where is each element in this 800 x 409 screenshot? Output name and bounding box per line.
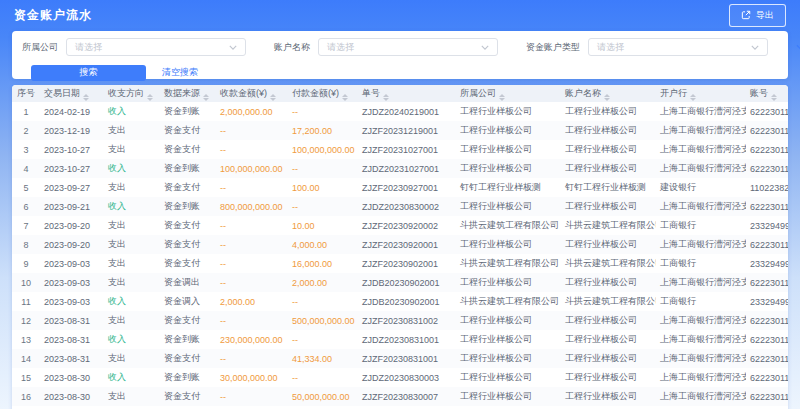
sort-icon[interactable] bbox=[203, 94, 209, 101]
column-header-label: 交易日期 bbox=[44, 88, 80, 98]
cell-idx: 11 bbox=[12, 292, 40, 311]
cell-direction: 收入 bbox=[104, 102, 160, 121]
cell-idx: 12 bbox=[12, 311, 40, 330]
filter-actions: 搜索 清空搜索 bbox=[22, 64, 778, 81]
cell-idx: 10 bbox=[12, 273, 40, 292]
cell-company: 工程行业样板公司 bbox=[456, 387, 561, 406]
cell-direction: 收入 bbox=[104, 368, 160, 387]
cell-source: 资金支付 bbox=[160, 349, 216, 368]
sort-icon[interactable] bbox=[771, 94, 777, 101]
cell-date: 2023-08-31 bbox=[40, 349, 104, 368]
cell-account-no: 622230111 bbox=[746, 311, 788, 330]
column-header-8[interactable]: 所属公司 bbox=[456, 85, 561, 102]
sort-icon[interactable] bbox=[690, 94, 696, 101]
cell-source: 资金到账 bbox=[160, 102, 216, 121]
sort-icon[interactable] bbox=[83, 94, 89, 101]
column-header-5[interactable]: 收款金额(¥) bbox=[216, 85, 288, 102]
cell-source: 资金支付 bbox=[160, 254, 216, 273]
cell-source: 资金支付 bbox=[160, 235, 216, 254]
cell-order-no: ZJDZ20231027001 bbox=[358, 159, 456, 178]
column-header-label: 账号 bbox=[750, 88, 768, 98]
sort-icon[interactable] bbox=[147, 94, 153, 101]
sort-icon[interactable] bbox=[383, 94, 389, 101]
table-row: 62023-09-21收入资金到账800,000,000.00--ZJDZ202… bbox=[12, 197, 788, 216]
cell-order-no: ZJZF20230831001 bbox=[358, 349, 456, 368]
cell-bank: 上海工商银行漕河泾支行 bbox=[656, 140, 746, 159]
cell-payment: 100.00 bbox=[288, 178, 358, 197]
filter-select[interactable]: 请选择 bbox=[588, 38, 768, 56]
cell-direction: 支出 bbox=[104, 311, 160, 330]
sort-icon[interactable] bbox=[342, 94, 348, 101]
cell-receipt: -- bbox=[216, 140, 288, 159]
filter-select[interactable]: 请选择 bbox=[66, 38, 246, 56]
cell-account-name: 斗拱云建筑工程有限公司 bbox=[561, 216, 656, 235]
cell-company: 工程行业样板公司 bbox=[456, 349, 561, 368]
column-header-7[interactable]: 单号 bbox=[358, 85, 456, 102]
column-header-label: 所属公司 bbox=[460, 88, 496, 98]
filter-label: 所属公司 bbox=[22, 41, 58, 54]
column-header-11[interactable]: 账号 bbox=[746, 85, 788, 102]
cell-source: 资金到账 bbox=[160, 159, 216, 178]
cell-source: 资金到账 bbox=[160, 368, 216, 387]
cell-direction: 支出 bbox=[104, 349, 160, 368]
cell-order-no: ZJDZ20230830002 bbox=[358, 197, 456, 216]
flow-table-panel: 序号交易日期收支方向数据来源收款金额(¥)付款金额(¥)单号所属公司账户名称开户… bbox=[12, 85, 788, 409]
table-row: 102023-09-03支出资金调出--2,000.00ZJDB20230902… bbox=[12, 273, 788, 292]
cell-source: 资金支付 bbox=[160, 311, 216, 330]
cell-account-name: 斗拱云建筑工程有限公司 bbox=[561, 254, 656, 273]
expand-filters-link[interactable]: 展开筛选 bbox=[796, 41, 800, 54]
clear-search-button[interactable]: 清空搜索 bbox=[158, 64, 202, 81]
cell-payment: 10.00 bbox=[288, 216, 358, 235]
cell-idx: 9 bbox=[12, 254, 40, 273]
search-button[interactable]: 搜索 bbox=[31, 65, 146, 81]
cell-company: 工程行业样板公司 bbox=[456, 121, 561, 140]
column-header-3[interactable]: 收支方向 bbox=[104, 85, 160, 102]
cell-date: 2023-08-31 bbox=[40, 311, 104, 330]
table-row: 162023-08-30支出资金支付--50,000,000.00ZJZF202… bbox=[12, 387, 788, 406]
cell-order-no: ZJDB20230902001 bbox=[358, 273, 456, 292]
cell-bank: 上海工商银行漕河泾支行 bbox=[656, 387, 746, 406]
cell-source: 资金支付 bbox=[160, 387, 216, 406]
cell-account-name: 工程行业样板公司 bbox=[561, 102, 656, 121]
cell-payment: -- bbox=[288, 292, 358, 311]
cell-idx: 13 bbox=[12, 330, 40, 349]
cell-date: 2023-10-27 bbox=[40, 159, 104, 178]
sort-icon[interactable] bbox=[499, 94, 505, 101]
cell-idx: 4 bbox=[12, 159, 40, 178]
cell-account-name: 工程行业样板公司 bbox=[561, 311, 656, 330]
cell-account-no: 233294994 bbox=[746, 254, 788, 273]
cell-payment: 2,000.00 bbox=[288, 273, 358, 292]
cell-account-name: 工程行业样板公司 bbox=[561, 121, 656, 140]
cell-idx: 7 bbox=[12, 216, 40, 235]
cell-order-no: ZJZF20230920002 bbox=[358, 216, 456, 235]
cell-idx: 15 bbox=[12, 368, 40, 387]
cell-payment: 500,000,000.00 bbox=[288, 311, 358, 330]
column-header-9[interactable]: 账户名称 bbox=[561, 85, 656, 102]
cell-source: 资金支付 bbox=[160, 121, 216, 140]
table-row: 132023-08-31收入资金到账230,000,000.00--ZJDZ20… bbox=[12, 330, 788, 349]
cell-receipt: 230,000,000.00 bbox=[216, 330, 288, 349]
sort-icon[interactable] bbox=[270, 94, 276, 101]
column-header-4[interactable]: 数据来源 bbox=[160, 85, 216, 102]
cell-direction: 支出 bbox=[104, 178, 160, 197]
column-header-6[interactable]: 付款金额(¥) bbox=[288, 85, 358, 102]
export-button-label: 导出 bbox=[756, 9, 774, 22]
cell-bank: 上海工商银行漕河泾支行 bbox=[656, 197, 746, 216]
cell-direction: 支出 bbox=[104, 387, 160, 406]
chevron-down-icon bbox=[751, 45, 759, 50]
cell-receipt: 2,000.00 bbox=[216, 292, 288, 311]
cell-account-name: 工程行业样板公司 bbox=[561, 197, 656, 216]
filter-label: 资金账户类型 bbox=[526, 41, 580, 54]
table-row: 32023-10-27支出资金支付--100,000,000.00ZJZF202… bbox=[12, 140, 788, 159]
cell-idx: 14 bbox=[12, 349, 40, 368]
filter-field-2: 账户名称请选择 bbox=[274, 38, 498, 56]
cell-idx: 3 bbox=[12, 140, 40, 159]
cell-order-no: ZJDB20230902001 bbox=[358, 292, 456, 311]
sort-icon[interactable] bbox=[604, 94, 610, 101]
filter-select[interactable]: 请选择 bbox=[318, 38, 498, 56]
column-header-2[interactable]: 交易日期 bbox=[40, 85, 104, 102]
cell-date: 2023-12-19 bbox=[40, 121, 104, 140]
cell-direction: 收入 bbox=[104, 330, 160, 349]
export-button[interactable]: 导出 bbox=[729, 4, 786, 27]
column-header-10[interactable]: 开户行 bbox=[656, 85, 746, 102]
